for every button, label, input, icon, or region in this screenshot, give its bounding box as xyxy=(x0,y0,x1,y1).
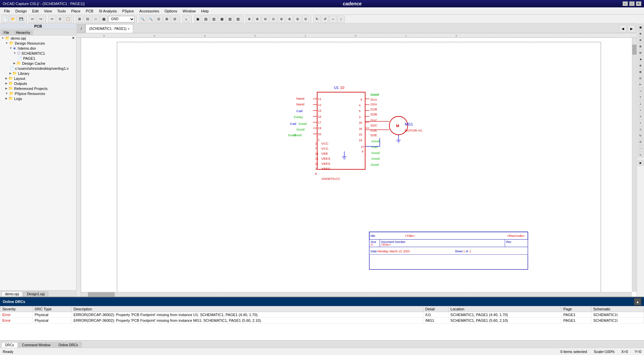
v-scroll-thumb[interactable] xyxy=(632,45,637,55)
outputs-item[interactable]: ▶ 📁 Outputs xyxy=(0,81,76,86)
rt-btn22[interactable]: ▶ xyxy=(638,160,644,166)
close-button[interactable]: ✕ xyxy=(636,1,641,6)
rt-btn1[interactable]: ▣ xyxy=(638,24,644,30)
zoom-out-button[interactable]: 🔍 xyxy=(147,15,154,23)
place-btn7[interactable]: ⊜ xyxy=(294,15,301,23)
rt-btn3[interactable]: ⊗ xyxy=(638,37,644,43)
gnd-button[interactable]: ⏚ xyxy=(182,15,190,23)
drcs-tab[interactable]: DRCs xyxy=(1,342,18,348)
rt-btn13[interactable]: ⊥ xyxy=(638,101,644,107)
place-btn4[interactable]: ⊙ xyxy=(270,15,277,23)
referenced-projects-item[interactable]: ▶ 📁 Referenced Projects xyxy=(0,86,76,91)
menu-item-pcb[interactable]: PCB xyxy=(83,8,96,14)
pspice-resources-item[interactable]: ▼ 📁 PSpice Resources xyxy=(0,91,76,96)
rt-btn10[interactable]: ⊢ xyxy=(638,82,644,88)
undo-button[interactable]: ↩ xyxy=(29,15,36,23)
rt-btn19[interactable]: ↺ xyxy=(638,139,644,145)
demo-dsn-item[interactable]: ▼ ◈ .\\demo.dsn xyxy=(0,46,76,51)
place-btn6[interactable]: ⊛ xyxy=(286,15,293,23)
menu-item-edit[interactable]: Edit xyxy=(30,8,41,14)
menu-item-pspice[interactable]: PSpice xyxy=(119,8,137,14)
close-panel-icon[interactable]: ✕ xyxy=(72,36,75,40)
design-resources-item[interactable]: ▼ 📁 Design Resources xyxy=(0,41,76,46)
menu-item-options[interactable]: Options xyxy=(162,8,180,14)
rt-btn21[interactable]: ∿ xyxy=(638,152,644,158)
copy-button[interactable]: ⎘ xyxy=(56,15,64,23)
doc-tab-schematic[interactable]: (SCHEMATIC1 : PAGE1) × xyxy=(86,24,133,33)
schematic-canvas[interactable]: 5 4 3 2 1 0 1 2 xyxy=(76,33,637,297)
route-btn2[interactable]: ↺ xyxy=(321,15,329,23)
rt-btn14[interactable]: ⊦ xyxy=(638,107,644,113)
vertical-scrollbar[interactable] xyxy=(632,38,637,292)
doc-tab-root[interactable]: / xyxy=(77,24,86,33)
redo-button[interactable]: ↪ xyxy=(37,15,44,23)
rt-btn11[interactable]: ⊣ xyxy=(638,88,644,94)
capture-btn3[interactable]: □ xyxy=(92,15,99,23)
capture-btn1[interactable]: ⊞ xyxy=(76,15,83,23)
layout-item[interactable]: ▶ 📁 Layout xyxy=(0,76,76,81)
logs-item[interactable]: ▶ 📁 Logs xyxy=(0,96,76,101)
scroll-tab-right[interactable]: ▶ xyxy=(628,25,635,32)
drc-collapse-btn[interactable]: ▲ xyxy=(634,298,641,305)
place-btn3[interactable]: ⊘ xyxy=(262,15,269,23)
open-button[interactable]: 📂 xyxy=(9,15,17,23)
zoom-fit-button[interactable]: ⊡ xyxy=(155,15,162,23)
rt-btn20[interactable]: ⋯ xyxy=(638,145,644,151)
zoom-prev-button[interactable]: ⊟ xyxy=(171,15,178,23)
rt-btn18[interactable]: ↻ xyxy=(638,133,644,139)
tool-btn2[interactable]: ▤ xyxy=(202,15,209,23)
menu-item-help[interactable]: Help xyxy=(198,8,211,14)
hierarchy-tab[interactable]: Hierarchy xyxy=(13,30,33,35)
capture-btn4[interactable]: ▦ xyxy=(100,15,107,23)
tool-btn1[interactable]: ▣ xyxy=(194,15,201,23)
capture-btn2[interactable]: ⊟ xyxy=(84,15,91,23)
rt-btn9[interactable]: ⊡ xyxy=(638,75,644,81)
command-window-tab[interactable]: Command Window xyxy=(18,342,54,348)
rt-btn4[interactable]: ⊞ xyxy=(638,43,644,49)
online-drcs-tab[interactable]: Online DRCs xyxy=(55,342,82,348)
schematic1-item[interactable]: ▼ ⬡ SCHEMATIC1 xyxy=(0,51,76,56)
route-btn4[interactable]: ↕ xyxy=(337,15,345,23)
library-item[interactable]: ▶ 📁 Library xyxy=(0,71,76,76)
menu-item-window[interactable]: Window xyxy=(180,8,198,14)
rt-btn7[interactable]: ⊕ xyxy=(638,62,644,68)
drc-row-2[interactable]: Error Physical ERROR(ORCAP-36002): Prope… xyxy=(0,318,644,323)
minimize-button[interactable]: ─ xyxy=(623,1,628,6)
zoom-in-button[interactable]: 🔍 xyxy=(139,15,146,23)
panel-title-row[interactable]: ▼ 📁 demo.opj ✕ xyxy=(0,36,76,41)
h-scroll-thumb[interactable] xyxy=(88,292,115,297)
menu-item-design[interactable]: Design xyxy=(13,8,30,14)
save-button[interactable]: 💾 xyxy=(17,15,25,23)
tool-btn4[interactable]: ▦ xyxy=(218,15,225,23)
rt-btn5[interactable]: ⊟ xyxy=(638,50,644,56)
paste-button[interactable]: 📋 xyxy=(64,15,72,23)
tool-btn5[interactable]: ▧ xyxy=(226,15,233,23)
verilog-file-item[interactable]: 📄 c:\users\shino\desktop\verilog1.v xyxy=(0,66,76,71)
maximize-button[interactable]: □ xyxy=(629,1,635,6)
place-btn2[interactable]: ⊗ xyxy=(254,15,261,23)
net-dropdown[interactable]: GND VCC xyxy=(108,16,135,22)
zoom-area-button[interactable]: ⊞ xyxy=(163,15,170,23)
menu-item-file[interactable]: File xyxy=(1,8,13,14)
cut-button[interactable]: ✂ xyxy=(48,15,56,23)
route-btn3[interactable]: ↔ xyxy=(329,15,337,23)
tool-btn6[interactable]: ▨ xyxy=(234,15,241,23)
place-btn5[interactable]: ⊚ xyxy=(278,15,285,23)
tool-btn3[interactable]: ▥ xyxy=(210,15,217,23)
menu-item-accessories[interactable]: Accessories xyxy=(137,8,162,14)
menu-item-view[interactable]: View xyxy=(41,8,55,14)
new-button[interactable]: 📄 xyxy=(1,15,9,23)
rt-btn15[interactable]: ⊧ xyxy=(638,113,644,119)
menu-item-si analysis[interactable]: SI Analysis xyxy=(96,8,119,14)
page1-item[interactable]: 📄 PAGE1 xyxy=(0,56,76,61)
rt-btn17[interactable]: ◇ xyxy=(638,126,644,132)
scroll-tab-left[interactable]: ◀ xyxy=(619,25,627,32)
place-btn8[interactable]: ⊝ xyxy=(302,15,309,23)
file-tab[interactable]: File xyxy=(1,30,12,35)
rt-btn2[interactable]: ⊕ xyxy=(638,31,644,37)
design-cache-item[interactable]: ▶ 📁 Design Cache xyxy=(0,61,76,66)
rt-btn12[interactable]: ⊤ xyxy=(638,94,644,100)
route-btn1[interactable]: ↻ xyxy=(313,15,321,23)
drc-row-1[interactable]: Error Physical ERROR(ORCAP-36002): Prope… xyxy=(0,312,644,318)
rt-btn16[interactable]: + xyxy=(638,120,644,126)
